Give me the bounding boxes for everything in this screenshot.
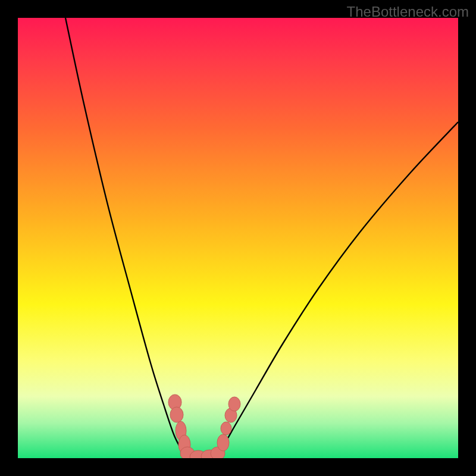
curve-layer (18, 18, 458, 458)
plot-area (18, 18, 458, 458)
watermark: TheBottleneck.com (347, 4, 469, 20)
marker-m2 (170, 407, 183, 422)
marker-m9 (217, 434, 229, 451)
marker-m12 (221, 422, 231, 435)
curve-left (65, 18, 184, 455)
curve-right (217, 122, 458, 455)
marker-group (168, 394, 240, 458)
marker-m11 (228, 397, 240, 411)
